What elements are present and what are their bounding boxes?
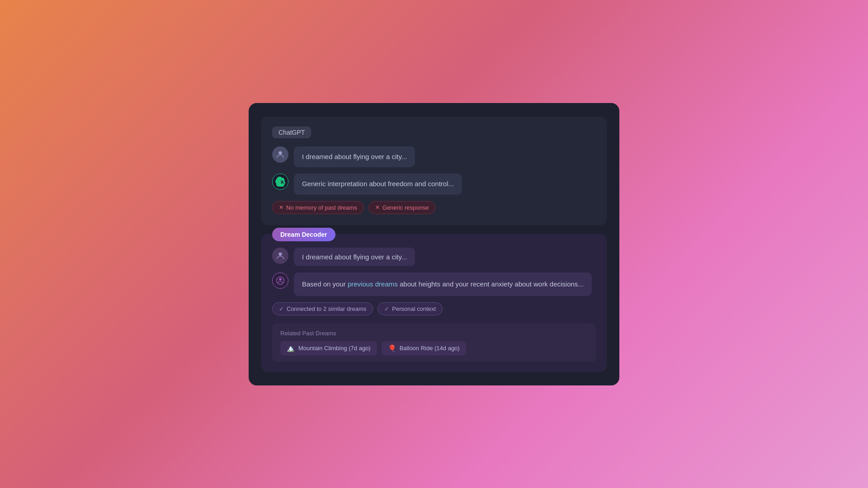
ai-text-after-link: about heights and your recent anxiety ab…: [398, 280, 584, 288]
dream-label-wrap: Dream Decoder: [261, 228, 607, 241]
previous-dreams-link[interactable]: previous dreams: [348, 280, 398, 288]
dream-user-avatar: [272, 248, 288, 264]
x-icon-2: ✕: [375, 204, 380, 211]
chatgpt-user-row: I dreamed about flying over a city...: [272, 146, 596, 168]
dream-user-bubble: I dreamed about flying over a city...: [294, 248, 415, 266]
svg-point-3: [279, 278, 282, 281]
feature-badge-2: ✓ Personal context: [377, 302, 443, 315]
dream-section: Dream Decoder I dreamed about flying ove…: [261, 234, 607, 372]
dream-ai-avatar: [272, 272, 288, 289]
issues-row: ✕ No memory of past dreams ✕ Generic res…: [272, 201, 596, 214]
chatgpt-section: ChatGPT I dreamed about flying over a ci…: [261, 117, 607, 225]
related-item-2[interactable]: 🎈 Balloon Ride (14d ago): [382, 341, 466, 356]
related-title: Related Past Dreams: [280, 330, 588, 337]
dream-label: Dream Decoder: [272, 228, 335, 241]
dream-user-row: I dreamed about flying over a city...: [272, 248, 596, 266]
main-card: ChatGPT I dreamed about flying over a ci…: [249, 103, 619, 385]
ai-text-before-link: Based on your: [302, 280, 348, 288]
dream-content: I dreamed about flying over a city... Ba…: [261, 248, 607, 362]
svg-point-1: [278, 252, 282, 255]
related-section: Related Past Dreams 🏔️ Mountain Climbing…: [272, 324, 596, 362]
chatgpt-ai-row: Generic interpretation about freedom and…: [272, 174, 596, 195]
features-row: ✓ Connected to 2 similar dreams ✓ Person…: [272, 302, 596, 315]
balloon-emoji: 🎈: [388, 344, 396, 352]
issue-badge-2: ✕ Generic response: [368, 201, 436, 214]
related-item-1[interactable]: 🏔️ Mountain Climbing (7d ago): [280, 341, 377, 356]
feature-badge-1: ✓ Connected to 2 similar dreams: [272, 302, 373, 315]
chatgpt-ai-bubble: Generic interpretation about freedom and…: [294, 174, 462, 195]
chatgpt-user-avatar: [272, 146, 288, 163]
related-items: 🏔️ Mountain Climbing (7d ago) 🎈 Balloon …: [280, 341, 588, 356]
dream-ai-row: Based on your previous dreams about heig…: [272, 272, 596, 296]
chatgpt-label: ChatGPT: [272, 127, 311, 138]
dream-ai-bubble: Based on your previous dreams about heig…: [294, 272, 592, 296]
issue-badge-1: ✕ No memory of past dreams: [272, 201, 364, 214]
check-icon-2: ✓: [384, 305, 389, 312]
x-icon-1: ✕: [279, 204, 283, 211]
mountain-emoji: 🏔️: [287, 344, 295, 352]
chatgpt-ai-avatar: [272, 174, 288, 190]
chatgpt-user-bubble: I dreamed about flying over a city...: [294, 146, 415, 168]
svg-point-0: [278, 151, 282, 154]
check-icon-1: ✓: [279, 305, 284, 312]
